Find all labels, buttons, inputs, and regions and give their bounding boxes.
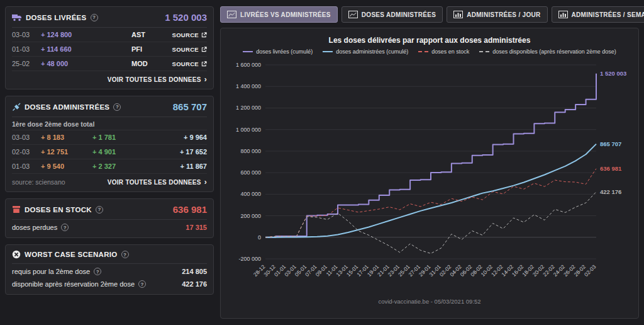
line-chart: -200 0000200 000400 000600 000800 0001 0… [226, 56, 633, 298]
disponible-apres-reservation-row: disponible après réservation 2ème dose 4… [12, 277, 207, 289]
table-row: 03-03 + 8 183 + 1 781 + 9 964 [12, 130, 207, 145]
external-link-icon [201, 47, 207, 52]
chart-title: Les doses délivrées par rapport aux dose… [329, 36, 531, 45]
row-amount: + 48 000 [41, 60, 131, 67]
svg-text:636 981: 636 981 [600, 165, 622, 172]
table-row: 25-02 + 48 000 MOD SOURCE [12, 57, 207, 71]
table-row: 01-03 + 9 540 + 2 327 + 11 867 [12, 159, 207, 174]
truck-icon [12, 13, 22, 21]
line-chart-icon [227, 11, 236, 18]
legend-marker [243, 51, 253, 52]
dashboard: DOSES LIVRÉES 1 520 003 03-03 + 124 800 … [0, 0, 644, 325]
col-header-first-dose: 1ère dose [12, 120, 43, 128]
row-date: 25-02 [12, 60, 41, 67]
row-vendor: PFI [131, 45, 160, 53]
svg-text:-200 000: -200 000 [238, 256, 261, 262]
col-header-second-dose: 2ème dose [45, 120, 79, 128]
legend-label: doses livrées (cumulé) [256, 48, 313, 55]
row-amount: + 124 800 [41, 31, 131, 38]
chart-source-caption: covid-vaccinatie.be - 05/03/2021 09:52 [378, 298, 480, 305]
svg-text:1 000 000: 1 000 000 [236, 127, 261, 133]
help-icon[interactable] [113, 103, 121, 111]
legend-label: doses en stock [431, 48, 469, 55]
help-icon[interactable] [96, 206, 103, 214]
svg-text:0: 0 [258, 234, 261, 241]
doses-livrees-card: DOSES LIVRÉES 1 520 003 03-03 + 124 800 … [5, 6, 214, 89]
legend-item[interactable]: doses en stock [418, 48, 469, 55]
help-icon[interactable] [121, 251, 129, 258]
svg-text:422 176: 422 176 [600, 188, 621, 195]
row-total: + 11 867 [144, 162, 207, 170]
help-icon[interactable] [91, 14, 98, 21]
tab-label: LIVRÉES VS ADMINISTRÉES [240, 11, 331, 18]
disponible-apres-reservation-value: 422 176 [182, 280, 207, 288]
col-header-total: total [80, 120, 94, 128]
row-total: + 17 652 [144, 148, 207, 156]
row-second-dose: + 4 901 [92, 148, 144, 156]
row-first-dose: + 12 751 [41, 148, 92, 156]
doses-livrees-header: DOSES LIVRÉES 1 520 003 [12, 12, 207, 28]
bar-chart-icon [558, 11, 568, 18]
doses-administrees-header: DOSES ADMINISTRÉES 865 707 [12, 101, 207, 117]
table-row: 03-03 + 124 800 AST SOURCE [12, 28, 207, 42]
tab-administrees-jour[interactable]: ADMINISTRÉES / JOUR [447, 6, 547, 23]
svg-text:1 200 000: 1 200 000 [236, 105, 261, 111]
sidebar: DOSES LIVRÉES 1 520 003 03-03 + 124 800 … [5, 6, 214, 319]
voir-toutes-les-donnees-link[interactable]: VOIR TOUTES LES DONNEES [108, 75, 207, 84]
tab-administrees-semaine[interactable]: ADMINISTRÉES / SEMAINE [552, 6, 644, 23]
source-note: source: sciensano [12, 178, 65, 186]
delivered-total: 1 520 003 [165, 12, 207, 23]
row-date: 02-03 [12, 148, 41, 156]
row-vendor: MOD [131, 60, 160, 67]
row-vendor: AST [131, 31, 160, 38]
voir-toutes-les-donnees-link[interactable]: VOIR TOUTES LES DONNEES [108, 178, 207, 186]
administered-total: 865 707 [173, 101, 207, 112]
table-row: 02-03 + 12 751 + 4 901 + 17 652 [12, 145, 207, 159]
row-total: + 9 964 [144, 134, 207, 141]
stock-total: 636 981 [173, 204, 207, 215]
legend-marker [323, 51, 333, 52]
legend-item[interactable]: doses livrées (cumulé) [243, 48, 313, 55]
tab-doses-administrees[interactable]: DOSES ADMINISTRÉES [341, 6, 443, 23]
svg-text:865 707: 865 707 [600, 140, 621, 147]
card-title: DOSES ADMINISTRÉES [25, 103, 109, 111]
doses-administrees-card: DOSES ADMINISTRÉES 865 707 1ère dose 2èm… [5, 96, 214, 192]
chart-panel: Les doses délivrées par rapport aux dose… [220, 28, 639, 319]
doses-perdues-row: doses perdues 17 315 [12, 220, 207, 232]
source-label: SOURCE [172, 31, 199, 38]
source-link[interactable]: SOURCE [160, 60, 207, 67]
row-date: 03-03 [12, 134, 41, 141]
row-first-dose: + 8 183 [41, 134, 92, 141]
svg-text:800 000: 800 000 [240, 148, 261, 154]
source-link[interactable]: SOURCE [160, 31, 207, 38]
card-title: DOSES LIVRÉES [26, 14, 87, 21]
tab-livrees-vs-administrees[interactable]: LIVRÉES VS ADMINISTRÉES [220, 6, 338, 23]
svg-text:09-01: 09-01 [314, 263, 329, 278]
svg-text:600 000: 600 000 [240, 169, 261, 176]
requis-2eme-dose-value: 214 805 [182, 268, 207, 275]
row-second-dose: + 1 781 [92, 134, 144, 141]
disponible-apres-reservation-label: disponible après réservation 2ème dose [12, 280, 135, 288]
legend-marker [418, 51, 428, 52]
doses-perdues-label: doses perdues [12, 224, 57, 231]
help-icon[interactable] [61, 224, 69, 231]
doses-en-stock-header: DOSES EN STOCK 636 981 [12, 204, 207, 220]
row-amount: + 114 660 [41, 45, 131, 53]
chart-legend: doses livrées (cumulé) doses administrée… [243, 48, 616, 55]
row-second-dose: + 2 327 [92, 162, 144, 170]
legend-label: doses disponibles (après réservation 2èm… [492, 48, 616, 55]
legend-item[interactable]: doses administrées (cumulé) [323, 48, 408, 55]
box-icon [12, 205, 21, 214]
svg-text:1 600 000: 1 600 000 [236, 62, 261, 68]
svg-text:1 520 003: 1 520 003 [600, 70, 626, 77]
row-first-dose: + 9 540 [41, 162, 92, 170]
help-icon[interactable] [94, 268, 101, 275]
row-date: 01-03 [12, 162, 41, 170]
source-label: SOURCE [172, 60, 199, 67]
svg-text:02-03: 02-03 [583, 263, 597, 278]
svg-text:1 400 000: 1 400 000 [236, 83, 261, 89]
syringe-icon [12, 103, 21, 111]
source-link[interactable]: SOURCE [160, 46, 207, 53]
legend-item[interactable]: doses disponibles (après réservation 2èm… [479, 48, 616, 55]
help-icon[interactable] [138, 280, 146, 288]
